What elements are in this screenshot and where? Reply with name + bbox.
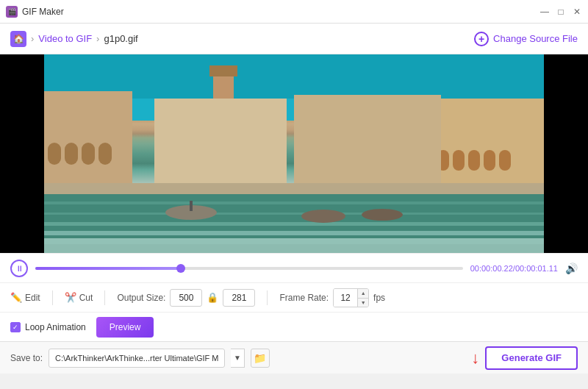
pause-icon: ⏸ <box>15 264 24 273</box>
close-button[interactable]: ✕ <box>572 7 582 17</box>
svg-rect-23 <box>44 222 544 226</box>
app-title: GIF Maker <box>22 7 64 17</box>
home-icon[interactable]: 🏠 <box>10 31 26 47</box>
checkbox-icon: ✓ <box>10 322 21 332</box>
fps-input[interactable] <box>334 289 357 307</box>
width-input[interactable] <box>170 289 202 307</box>
svg-rect-14 <box>499 150 511 171</box>
fps-input-wrap: ▲ ▼ <box>333 288 369 307</box>
fps-spinners: ▲ ▼ <box>357 289 368 307</box>
save-bar: Save to: ▼ 📁 ↓ Generate GIF <box>0 341 588 374</box>
volume-icon[interactable]: 🔊 <box>565 263 578 274</box>
breadcrumb: 🏠 › Video to GIF › g1p0.gif <box>10 31 138 47</box>
progress-thumb[interactable] <box>176 264 185 273</box>
time-current: 00:00:00.22 <box>470 264 513 273</box>
progress-fill <box>35 267 181 270</box>
svg-rect-16 <box>209 65 237 76</box>
edit-button[interactable]: ✏️ Edit <box>10 292 40 303</box>
frame-rate-label: Frame Rate: <box>279 293 329 303</box>
video-content <box>44 54 544 253</box>
output-size-group: Output Size: 🔒 <box>117 289 255 307</box>
svg-rect-17 <box>154 99 287 194</box>
change-source-button[interactable]: + Change Source File <box>474 32 578 46</box>
frame-rate-group: Frame Rate: ▲ ▼ fps <box>279 288 385 307</box>
svg-rect-22 <box>44 213 544 215</box>
svg-rect-24 <box>44 231 544 235</box>
pause-button[interactable]: ⏸ <box>10 260 28 277</box>
loop-label: Loop Animation <box>25 322 86 332</box>
edit-icon: ✏️ <box>10 292 22 303</box>
edit-label: Edit <box>25 293 40 303</box>
preview-button[interactable]: Preview <box>96 317 154 338</box>
cut-icon: ✂️ <box>65 292 76 303</box>
save-to-label: Save to: <box>10 353 43 363</box>
cut-button[interactable]: ✂️ Cut <box>65 292 93 303</box>
folder-button[interactable]: 📁 <box>251 349 270 368</box>
svg-rect-12 <box>468 150 480 171</box>
folder-icon: 📁 <box>254 352 266 364</box>
save-left-group: Save to: ▼ 📁 <box>10 349 270 368</box>
save-path-dropdown[interactable]: ▼ <box>231 349 245 368</box>
progress-bar[interactable] <box>35 267 463 270</box>
breadcrumb-separator: › <box>31 33 34 44</box>
output-size-label: Output Size: <box>117 293 165 303</box>
maximize-button[interactable]: □ <box>556 7 566 17</box>
change-source-plus-icon: + <box>474 32 489 46</box>
window-controls: — □ ✕ <box>539 7 582 17</box>
header-bar: 🏠 › Video to GIF › g1p0.gif + Change Sou… <box>0 24 588 54</box>
video-frame <box>44 54 544 253</box>
cut-label: Cut <box>79 293 93 303</box>
svg-rect-25 <box>44 238 544 244</box>
title-bar: 🎬 GIF Maker — □ ✕ <box>0 0 588 24</box>
title-bar-left: 🎬 GIF Maker <box>6 6 64 18</box>
breadcrumb-nav-link[interactable]: Video to GIF <box>38 33 92 44</box>
fps-unit-label: fps <box>373 293 385 303</box>
svg-rect-7 <box>98 143 112 165</box>
svg-rect-30 <box>190 201 193 211</box>
minimize-button[interactable]: — <box>539 7 550 17</box>
divider-3 <box>267 290 268 305</box>
svg-point-28 <box>301 210 345 223</box>
lock-icon: 🔒 <box>207 292 218 303</box>
playback-controls: ⏸ 00:00:00.22/00:00:01.11 🔊 <box>0 253 588 282</box>
svg-rect-18 <box>294 95 441 194</box>
svg-point-29 <box>362 209 403 221</box>
save-path-input[interactable] <box>49 349 225 368</box>
svg-rect-5 <box>65 143 78 165</box>
options-bar: ✏️ Edit ✂️ Cut Output Size: 🔒 Frame Rate… <box>0 282 588 312</box>
loop-bar: ✓ Loop Animation Preview <box>0 312 588 341</box>
svg-rect-11 <box>453 150 465 171</box>
svg-rect-21 <box>44 201 544 204</box>
svg-rect-31 <box>44 183 544 194</box>
arrow-down-indicator: ↓ <box>471 350 479 366</box>
time-total: 00:00:01.11 <box>515 264 558 273</box>
height-input[interactable] <box>223 289 255 307</box>
generate-gif-button[interactable]: Generate GIF <box>485 346 578 370</box>
change-source-label: Change Source File <box>493 33 578 44</box>
breadcrumb-current: g1p0.gif <box>104 33 137 44</box>
loop-animation-checkbox[interactable]: ✓ Loop Animation <box>10 322 86 332</box>
breadcrumb-separator2: › <box>96 33 99 44</box>
divider-1 <box>52 290 53 305</box>
svg-rect-4 <box>48 143 61 165</box>
app-icon: 🎬 <box>6 6 18 18</box>
save-right-group: ↓ Generate GIF <box>471 346 578 370</box>
svg-rect-13 <box>484 150 495 171</box>
svg-rect-26 <box>44 244 544 253</box>
time-display: 00:00:00.22/00:00:01.11 <box>470 264 558 273</box>
fps-up-button[interactable]: ▲ <box>358 289 368 298</box>
fps-down-button[interactable]: ▼ <box>358 298 368 307</box>
svg-rect-6 <box>82 143 95 165</box>
divider-2 <box>104 290 105 305</box>
video-player[interactable] <box>0 54 588 253</box>
